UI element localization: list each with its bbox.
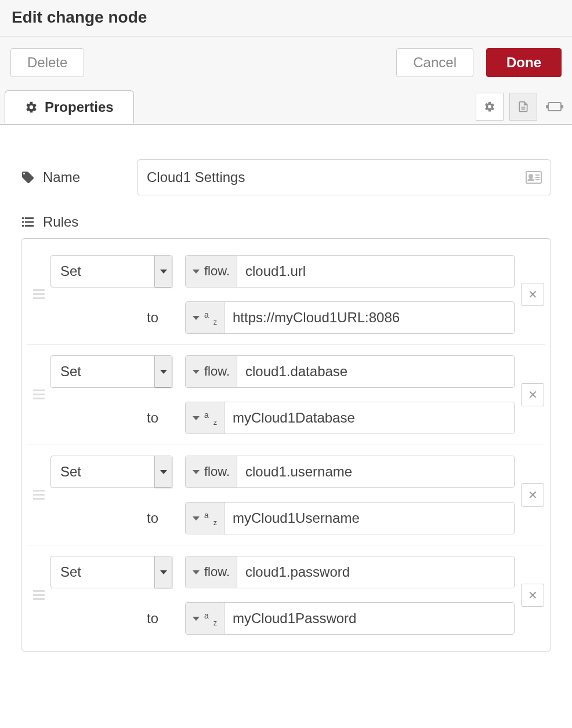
node-settings-button[interactable]	[476, 93, 504, 121]
done-button[interactable]: Done	[486, 48, 562, 77]
name-label: Name	[21, 169, 137, 185]
delete-rule-button[interactable]: ✕	[521, 483, 544, 507]
drag-handle[interactable]	[27, 456, 50, 534]
caret-down-icon	[193, 470, 200, 474]
file-icon	[517, 100, 529, 113]
grip-icon	[33, 390, 45, 400]
rule-row: Set flow. to	[27, 445, 545, 545]
rule-property-input[interactable]: flow.	[185, 255, 515, 287]
property-type-selector[interactable]: flow.	[186, 256, 237, 287]
svg-rect-22	[33, 490, 45, 492]
svg-rect-19	[33, 390, 45, 391]
rule-value-input[interactable]	[185, 402, 515, 434]
svg-rect-23	[33, 494, 45, 496]
drag-handle[interactable]	[27, 355, 50, 434]
rule-property-input[interactable]: flow.	[185, 456, 515, 488]
rule-action-select[interactable]: Set	[50, 456, 172, 488]
rule-action-text: Set	[51, 464, 154, 480]
node-description-button[interactable]	[509, 93, 537, 121]
caret-down-icon	[193, 370, 200, 374]
node-appearance-button[interactable]	[543, 93, 566, 121]
svg-rect-14	[25, 221, 34, 223]
to-label: to	[50, 410, 172, 426]
delete-rule-button[interactable]: ✕	[521, 283, 544, 306]
chevron-down-icon	[154, 556, 172, 588]
svg-rect-12	[22, 225, 24, 227]
property-path-field[interactable]	[237, 356, 514, 387]
close-icon: ✕	[528, 588, 538, 602]
caret-down-icon	[193, 570, 200, 574]
gear-icon	[25, 101, 38, 114]
rule-value-input[interactable]	[185, 502, 515, 534]
tab-properties[interactable]: Properties	[5, 90, 134, 123]
string-type-icon	[204, 513, 217, 523]
delete-rule-button[interactable]: ✕	[521, 584, 544, 607]
property-path-field[interactable]	[237, 556, 514, 588]
caret-down-icon	[193, 617, 200, 621]
rule-action-select[interactable]: Set	[50, 556, 172, 588]
rule-value-input[interactable]	[185, 301, 515, 334]
rule-property-input[interactable]: flow.	[185, 556, 515, 588]
svg-point-4	[561, 105, 563, 108]
value-type-selector[interactable]	[186, 503, 225, 534]
rules-label: Rules	[21, 214, 137, 230]
caret-down-icon	[193, 270, 200, 274]
svg-rect-2	[548, 103, 561, 111]
drag-handle[interactable]	[27, 556, 50, 635]
svg-rect-15	[25, 225, 34, 227]
name-input[interactable]	[137, 159, 551, 195]
rule-action-text: Set	[51, 564, 154, 580]
svg-rect-16	[33, 289, 45, 291]
svg-rect-24	[33, 498, 45, 500]
property-path-field[interactable]	[237, 456, 514, 487]
property-type-selector[interactable]: flow.	[186, 356, 237, 387]
property-type-label: flow.	[204, 464, 230, 479]
toolbar: Delete Cancel Done	[0, 37, 572, 89]
value-field[interactable]	[225, 603, 514, 634]
cancel-button[interactable]: Cancel	[396, 48, 473, 77]
tag-icon	[21, 170, 35, 184]
svg-point-6	[529, 174, 533, 178]
rules-label-text: Rules	[43, 214, 78, 230]
name-row: Name	[21, 159, 551, 195]
delete-rule-button[interactable]: ✕	[521, 383, 544, 406]
property-type-label: flow.	[204, 565, 230, 580]
property-type-label: flow.	[204, 364, 230, 379]
chevron-down-icon	[154, 456, 172, 487]
value-type-selector[interactable]	[186, 302, 225, 333]
content-area: Name Rules Set	[0, 125, 572, 663]
value-field[interactable]	[225, 302, 514, 333]
property-type-selector[interactable]: flow.	[186, 456, 237, 487]
list-icon	[21, 215, 35, 229]
tab-properties-label: Properties	[45, 99, 114, 115]
rule-action-select[interactable]: Set	[50, 255, 172, 287]
appearance-icon	[546, 100, 563, 113]
value-type-selector[interactable]	[186, 402, 225, 434]
to-label: to	[50, 610, 172, 627]
gear-icon	[484, 101, 495, 112]
property-type-selector[interactable]: flow.	[186, 556, 237, 588]
svg-rect-11	[22, 221, 24, 223]
string-type-icon	[204, 413, 217, 423]
string-type-icon	[204, 613, 217, 624]
to-label: to	[50, 310, 172, 326]
rule-action-select[interactable]: Set	[50, 355, 172, 388]
rule-property-input[interactable]: flow.	[185, 355, 515, 388]
caret-down-icon	[193, 516, 200, 520]
drag-handle[interactable]	[27, 255, 50, 334]
svg-rect-17	[33, 293, 45, 295]
close-icon: ✕	[528, 388, 538, 402]
id-badge-icon	[526, 171, 542, 184]
svg-rect-27	[33, 598, 45, 600]
svg-rect-20	[33, 394, 45, 395]
rule-action-text: Set	[51, 363, 154, 380]
value-field[interactable]	[225, 402, 514, 434]
delete-button[interactable]: Delete	[10, 48, 84, 77]
value-type-selector[interactable]	[186, 603, 225, 634]
rule-value-input[interactable]	[185, 602, 515, 635]
svg-rect-10	[22, 217, 24, 219]
value-field[interactable]	[225, 503, 514, 534]
grip-icon	[33, 490, 45, 500]
rule-action-text: Set	[51, 263, 154, 279]
property-path-field[interactable]	[237, 256, 514, 287]
